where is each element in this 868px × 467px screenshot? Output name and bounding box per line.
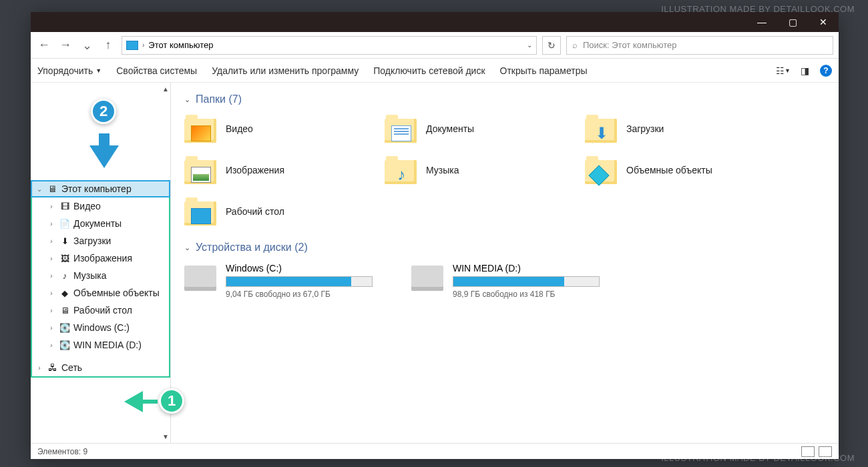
annotation-highlight-box: ›🎞Видео›📄Документы›⬇Загрузки›🖼Изображени… (31, 197, 170, 378)
sidebar-label: Сеть (61, 362, 82, 373)
sidebar-item[interactable]: ›♪Музыка (32, 267, 169, 284)
folder-item[interactable]: Видео (184, 115, 358, 143)
chevron-down-icon: ⌄ (184, 95, 190, 104)
annotation-arrow-1 (124, 391, 143, 412)
expand-icon[interactable]: › (47, 238, 56, 245)
chevron-down-icon[interactable]: ⌄ (527, 41, 532, 49)
open-settings-button[interactable]: Открыть параметры (500, 65, 588, 76)
view-options-icon[interactable]: ☷ ▼ (777, 65, 789, 77)
folder-label: Изображения (226, 165, 284, 175)
drive-item[interactable]: Windows (C:)9,04 ГБ свободно из 67,0 ГБ (184, 263, 385, 299)
sidebar-label: WIN MEDIA (D:) (73, 340, 142, 350)
annotation-badge-1: 1 (159, 388, 184, 414)
folder-icon: ⬇ (585, 115, 617, 143)
collapse-icon[interactable]: ⌄ (35, 185, 44, 193)
pc-icon: 🖥 (47, 183, 59, 195)
folder-icon (585, 156, 617, 184)
folders-section-header[interactable]: ⌄ Папки (7) (184, 93, 825, 105)
sidebar-label: Рабочий стол (73, 305, 132, 316)
organize-menu[interactable]: Упорядочить ▼ (37, 65, 101, 76)
back-button[interactable]: ← (36, 37, 52, 53)
expand-icon[interactable]: › (35, 364, 44, 372)
expand-icon[interactable]: › (47, 203, 56, 210)
sidebar-label: Загрузки (73, 236, 111, 246)
sidebar-item[interactable]: ›💽WIN MEDIA (D:) (32, 336, 169, 354)
drive-icon (411, 266, 443, 291)
search-placeholder: Поиск: Этот компьютер (583, 40, 676, 50)
annotation-arrow-2 (89, 145, 119, 168)
folder-label: Видео (226, 123, 253, 134)
network-icon: 🖧 (47, 362, 59, 374)
minimize-button[interactable]: — (746, 12, 777, 32)
scroll-down-icon[interactable]: ▼ (162, 433, 169, 440)
folder-item[interactable]: Изображения (184, 156, 358, 184)
folder-icon (184, 197, 216, 225)
sidebar-item[interactable]: ›🖼Изображения (32, 250, 169, 267)
sidebar-label: Объемные объекты (73, 288, 160, 298)
folder-icon (385, 115, 417, 143)
breadcrumb-location[interactable]: Этот компьютер (148, 40, 213, 50)
drive-stats: 9,04 ГБ свободно из 67,0 ГБ (226, 290, 385, 299)
sidebar-label: Изображения (73, 253, 132, 264)
close-button[interactable]: ✕ (808, 12, 839, 32)
expand-icon[interactable]: › (47, 272, 56, 280)
item-icon: 💽 (59, 339, 71, 351)
sidebar-label: Windows (C:) (73, 322, 130, 333)
folder-item[interactable]: Объемные объекты (585, 156, 758, 184)
folder-item[interactable]: Документы (385, 115, 558, 143)
expand-icon[interactable]: › (47, 307, 56, 314)
drive-name: Windows (C:) (226, 263, 385, 274)
command-bar: Упорядочить ▼ Свойства системы Удалить и… (31, 59, 839, 83)
preview-pane-icon[interactable]: ◨ (799, 65, 811, 77)
scroll-up-icon[interactable]: ▲ (162, 85, 169, 93)
folder-item[interactable]: ⬇Загрузки (585, 115, 758, 143)
system-properties-button[interactable]: Свойства системы (116, 65, 197, 76)
sidebar-label: Этот компьютер (61, 183, 132, 194)
recent-dropdown[interactable]: ⌄ (79, 37, 95, 53)
expand-icon[interactable]: › (47, 290, 56, 297)
sidebar-item[interactable]: ›◆Объемные объекты (32, 284, 169, 302)
drive-item[interactable]: WIN MEDIA (D:)98,9 ГБ свободно из 418 ГБ (411, 263, 612, 299)
sidebar-item[interactable]: ›🎞Видео (32, 197, 169, 215)
expand-icon[interactable]: › (47, 255, 56, 262)
titlebar: — ▢ ✕ (31, 12, 839, 32)
item-icon: ♪ (59, 270, 71, 282)
sidebar-item-this-pc[interactable]: ⌄ 🖥 Этот компьютер (31, 180, 170, 197)
drive-usage-bar (226, 276, 373, 287)
refresh-button[interactable]: ↻ (542, 36, 561, 55)
item-icon: 🖥 (59, 304, 71, 316)
maximize-button[interactable]: ▢ (777, 12, 808, 32)
folder-icon (184, 156, 216, 184)
item-icon: 🖼 (59, 252, 71, 264)
sidebar-item[interactable]: ›💽Windows (C:) (32, 319, 169, 336)
expand-icon[interactable]: › (47, 324, 56, 332)
drive-stats: 98,9 ГБ свободно из 418 ГБ (453, 290, 612, 299)
sidebar-item[interactable]: ›⬇Загрузки (32, 232, 169, 250)
expand-icon[interactable]: › (47, 220, 56, 227)
chevron-down-icon: ⌄ (184, 244, 190, 252)
address-bar[interactable]: › Этот компьютер ⌄ (122, 36, 537, 55)
folder-label: Рабочий стол (226, 206, 284, 217)
item-icon: 📄 (59, 217, 71, 229)
sidebar-item-network[interactable]: › 🖧 Сеть (32, 359, 169, 376)
expand-icon[interactable]: › (47, 342, 56, 349)
item-icon: ◆ (59, 287, 71, 299)
drive-icon (184, 266, 216, 291)
search-box[interactable]: ⌕ Поиск: Этот компьютер (566, 36, 833, 55)
uninstall-program-button[interactable]: Удалить или изменить программу (212, 65, 359, 76)
drives-section-header[interactable]: ⌄ Устройства и диски (2) (184, 242, 825, 254)
item-icon: 🎞 (59, 200, 71, 212)
sidebar-item[interactable]: ›🖥Рабочий стол (32, 302, 169, 319)
folder-item[interactable]: Рабочий стол (184, 197, 358, 225)
help-icon[interactable]: ? (820, 65, 832, 77)
forward-button[interactable]: → (57, 37, 73, 53)
map-network-drive-button[interactable]: Подключить сетевой диск (373, 65, 485, 76)
folder-label: Объемные объекты (626, 165, 712, 175)
folder-item[interactable]: ♪Музыка (385, 156, 558, 184)
up-button[interactable]: ↑ (100, 37, 116, 53)
search-icon: ⌕ (572, 40, 578, 50)
chevron-right-icon: › (142, 41, 144, 49)
folder-label: Музыка (426, 165, 459, 175)
folder-label: Документы (426, 123, 474, 134)
sidebar-item[interactable]: ›📄Документы (32, 215, 169, 232)
